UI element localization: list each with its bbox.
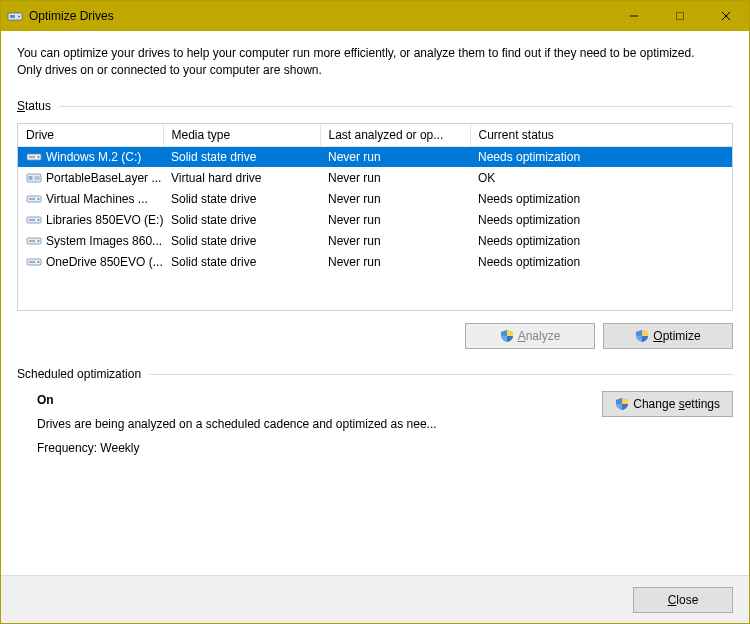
svg-point-9 [38,156,40,158]
content-area: You can optimize your drives to help you… [1,31,749,465]
table-row[interactable]: Windows M.2 (C:)Solid state driveNever r… [18,146,732,167]
minimize-button[interactable] [611,1,657,31]
media-type: Solid state drive [163,188,320,209]
drive-icon [26,256,42,268]
window-title: Optimize Drives [29,9,114,23]
current-status: OK [470,167,732,188]
last-analyzed: Never run [320,230,470,251]
close-button[interactable]: Close [633,587,733,613]
media-type: Solid state drive [163,251,320,272]
shield-icon [635,329,649,343]
drive-name: System Images 860... [46,234,162,248]
svg-rect-20 [29,240,35,242]
scheduled-on: On [37,393,582,407]
title-bar: Optimize Drives [1,1,749,31]
svg-rect-12 [29,176,33,180]
svg-point-18 [38,219,40,221]
svg-rect-17 [29,219,35,221]
scheduled-block: On Drives are being analyzed on a schedu… [17,391,733,465]
maximize-button[interactable] [657,1,703,31]
drive-table-container: Drive Media type Last analyzed or op... … [17,123,733,311]
drive-name: PortableBaseLayer ... [46,171,161,185]
current-status: Needs optimization [470,230,732,251]
svg-rect-23 [29,261,35,263]
shield-icon [615,397,629,411]
analyze-optimize-row: Analyze Optimize [17,311,733,367]
table-row[interactable]: Virtual Machines ...Solid state driveNev… [18,188,732,209]
header-last[interactable]: Last analyzed or op... [320,124,470,147]
media-type: Solid state drive [163,146,320,167]
svg-point-21 [38,240,40,242]
analyze-label-rest: nalyze [526,329,561,343]
svg-point-2 [18,16,20,18]
table-row[interactable]: OneDrive 850EVO (...Solid state driveNev… [18,251,732,272]
drive-icon [26,172,42,184]
scheduled-desc: Drives are being analyzed on a scheduled… [37,417,582,431]
media-type: Solid state drive [163,209,320,230]
last-analyzed: Never run [320,188,470,209]
svg-rect-1 [10,15,15,18]
drive-name: Virtual Machines ... [46,192,148,206]
table-row[interactable]: System Images 860...Solid state driveNev… [18,230,732,251]
media-type: Virtual hard drive [163,167,320,188]
current-status: Needs optimization [470,188,732,209]
scheduled-section-label: Scheduled optimization [17,367,733,381]
svg-point-11 [34,175,40,179]
header-media[interactable]: Media type [163,124,320,147]
description-text: You can optimize your drives to help you… [17,45,717,79]
svg-point-24 [38,261,40,263]
optimize-label-rest: ptimize [663,329,701,343]
last-analyzed: Never run [320,209,470,230]
table-header-row[interactable]: Drive Media type Last analyzed or op... … [18,124,732,147]
table-row[interactable]: Libraries 850EVO (E:)Solid state driveNe… [18,209,732,230]
drive-icon [26,193,42,205]
last-analyzed: Never run [320,251,470,272]
drive-name: OneDrive 850EVO (... [46,255,163,269]
svg-point-15 [38,198,40,200]
shield-icon [500,329,514,343]
svg-rect-14 [29,198,35,200]
drive-name: Libraries 850EVO (E:) [46,213,163,227]
drive-icon [26,235,42,247]
scheduled-label: Scheduled optimization [17,367,141,381]
status-label-rest: tatus [25,99,51,113]
app-icon [7,8,23,24]
current-status: Needs optimization [470,251,732,272]
bottom-bar: Close [1,575,749,623]
analyze-button[interactable]: Analyze [465,323,595,349]
change-settings-button[interactable]: Change settings [602,391,733,417]
drive-name: Windows M.2 (C:) [46,150,141,164]
last-analyzed: Never run [320,146,470,167]
svg-rect-8 [29,156,35,158]
drive-icon [26,151,42,163]
optimize-button[interactable]: Optimize [603,323,733,349]
header-status[interactable]: Current status [470,124,732,147]
status-section-label: Status [17,99,733,113]
close-window-button[interactable] [703,1,749,31]
close-label-rest: lose [676,593,698,607]
drive-table[interactable]: Drive Media type Last analyzed or op... … [18,124,732,273]
header-drive[interactable]: Drive [18,124,163,147]
svg-rect-4 [677,13,684,20]
table-row[interactable]: PortableBaseLayer ...Virtual hard driveN… [18,167,732,188]
current-status: Needs optimization [470,209,732,230]
scheduled-frequency: Frequency: Weekly [37,441,582,455]
current-status: Needs optimization [470,146,732,167]
media-type: Solid state drive [163,230,320,251]
last-analyzed: Never run [320,167,470,188]
drive-icon [26,214,42,226]
